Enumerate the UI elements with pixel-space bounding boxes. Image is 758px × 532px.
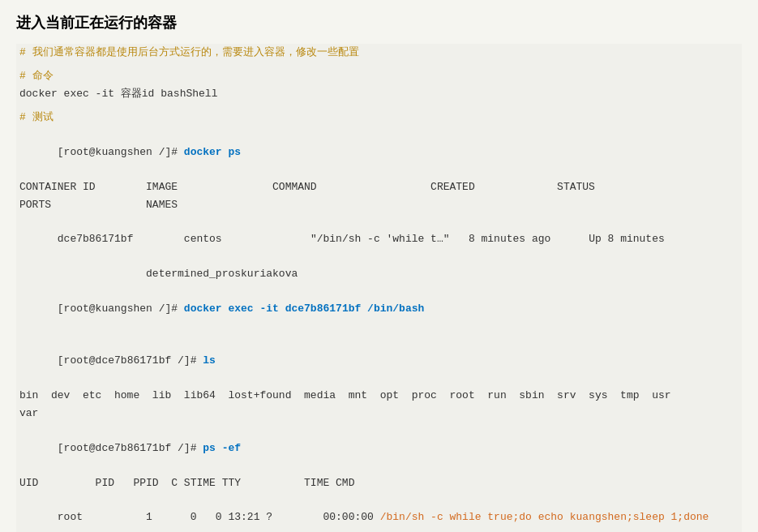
line-docker-exec-run: [root@kuangshen /]# docker exec -it dce7… — [19, 283, 739, 335]
cmd-1: docker ps — [184, 146, 241, 158]
line-header-2: PORTS NAMES — [19, 196, 739, 213]
line-container-row: dce7b86171bf centos "/bin/sh -c 'while t… — [19, 213, 739, 265]
line-ps-ef: [root@dce7b86171bf /]# ps -ef — [19, 422, 739, 474]
line-comment-test1: # 测试 — [19, 109, 739, 126]
line-1: # 我们通常容器都是使用后台方式运行的，需要进入容器，修改一些配置 — [19, 44, 739, 61]
page-wrapper: 进入当前正在运行的容器 # 我们通常容器都是使用后台方式运行的，需要进入容器，修… — [0, 0, 758, 532]
line-ps-header: UID PID PPID C STIME TTY TIME CMD — [19, 474, 739, 491]
line-docker-exec-syntax: docker exec -it 容器id bashShell — [19, 85, 739, 102]
line-ls: [root@dce7b86171bf /]# ls — [19, 335, 739, 387]
prompt-1: [root@kuangshen /]# — [58, 146, 184, 158]
line-comment-cmd: # 命令 — [19, 67, 739, 84]
line-ls-output: bin dev etc home lib lib64 lost+found me… — [19, 387, 739, 404]
code-block: # 我们通常容器都是使用后台方式运行的，需要进入容器，修改一些配置 # 命令 d… — [16, 44, 742, 532]
line-var: var — [19, 405, 739, 422]
line-container-name: determined_proskuriakova — [19, 265, 739, 282]
page-title: 进入当前正在运行的容器 — [16, 13, 742, 32]
line-ps-row1: root 1 0 0 13:21 ? 00:00:00 /bin/sh -c w… — [19, 491, 739, 532]
line-docker-ps: [root@kuangshen /]# docker ps — [19, 127, 739, 178]
line-header-1: CONTAINER ID IMAGE COMMAND CREATED STATU… — [19, 178, 739, 195]
